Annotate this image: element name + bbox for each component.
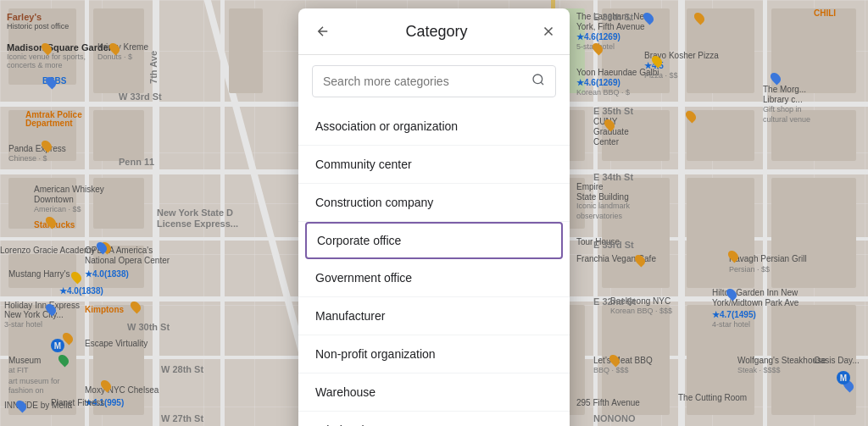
svg-point-0 xyxy=(533,75,542,84)
modal-header: Category xyxy=(298,8,570,55)
category-item-corporate-office[interactable]: Corporate office xyxy=(305,222,563,259)
category-item-wholesaler[interactable]: Wholesaler xyxy=(298,412,570,426)
category-modal: Category Association or organizationComm… xyxy=(298,8,570,426)
category-item-manufacturer[interactable]: Manufacturer xyxy=(298,297,570,335)
category-item-community-center[interactable]: Community center xyxy=(298,146,570,184)
category-item-non-profit[interactable]: Non-profit organization xyxy=(298,335,570,373)
category-list: Association or organizationCommunity cen… xyxy=(298,108,570,426)
close-button[interactable] xyxy=(541,24,556,39)
search-input[interactable] xyxy=(323,75,531,88)
category-item-warehouse[interactable]: Warehouse xyxy=(298,373,570,412)
category-item-government-office[interactable]: Government office xyxy=(298,259,570,297)
search-icon xyxy=(531,73,545,90)
modal-title: Category xyxy=(341,23,532,41)
category-item-association[interactable]: Association or organization xyxy=(298,108,570,146)
back-button[interactable] xyxy=(312,20,334,42)
search-bar[interactable] xyxy=(312,65,556,97)
modal-overlay: Category Association or organizationComm… xyxy=(0,0,868,426)
category-item-construction-company[interactable]: Construction company xyxy=(298,184,570,222)
